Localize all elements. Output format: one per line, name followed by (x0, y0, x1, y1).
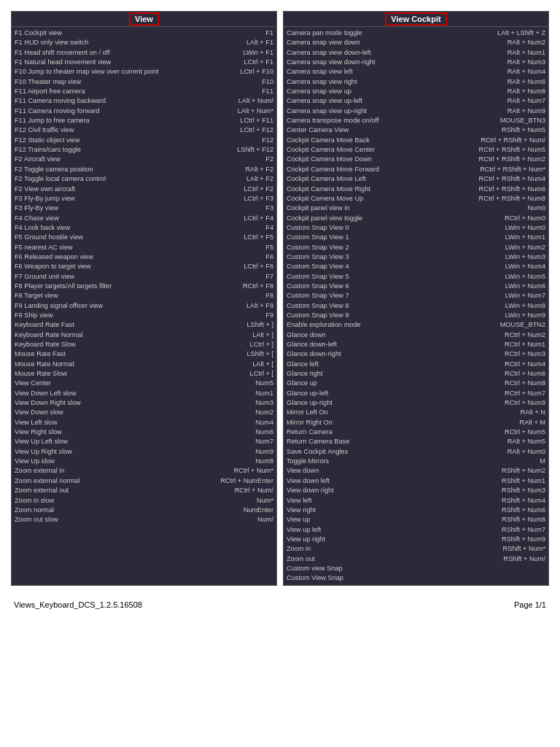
action-label: Zoom normal (15, 506, 241, 515)
action-label: View Down Left slow (15, 389, 252, 398)
action-label: F5 nearest AC view (15, 243, 262, 252)
table-row: Glance rightRCtrl + Num6 (284, 369, 548, 379)
tables-container: View F1 Cockpit viewF1F1 HUD only view s… (11, 11, 549, 586)
table-row: Custom Snap View 7LWin + Num7 (284, 291, 548, 301)
table-row: Glance down-rightRCtrl + Num3 (284, 349, 548, 359)
action-label: Keyboard Rate Fast (15, 320, 244, 330)
action-label: View up left (287, 525, 499, 535)
action-label: F9 Ship view (15, 311, 262, 320)
right-table-body: Camera pan mode toggleLAlt + LShift + ZC… (284, 27, 548, 585)
table-row: F11 Camera moving forwardLAlt + Num* (12, 107, 276, 116)
key-label: LCtrl + F4 (244, 214, 273, 223)
key-label: Num0 (527, 204, 545, 213)
key-label: RAlt + Num6 (508, 77, 545, 87)
action-label: Mirror Right On (287, 418, 517, 427)
key-label: LAlt + ] (252, 330, 273, 340)
table-row: View Up slowNum8 (12, 457, 276, 466)
key-label: LAlt + Num/ (238, 96, 273, 106)
key-label: RCtrl + RShift + Num5 (479, 145, 545, 155)
action-label: Glance up-right (287, 398, 502, 408)
table-row: F2 Aircraft viewF2 (12, 155, 276, 164)
key-label: RAlt + Num9 (508, 107, 545, 116)
action-label: F1 HUD only view switch (15, 38, 244, 47)
key-label: RAlt + Num0 (508, 447, 545, 457)
table-row: F7 Ground unit viewF7 (12, 272, 276, 282)
key-label: RShift + Num4 (502, 496, 545, 506)
action-label: Cockpit Camera Move Back (287, 136, 478, 145)
key-label: RCtrl + Num/ (235, 486, 273, 495)
action-label: View Up slow (15, 457, 252, 466)
action-label: View up right (287, 535, 499, 544)
action-label: Cockpit Camera Move Forward (287, 165, 477, 174)
key-label: NumEnter (244, 506, 273, 515)
action-label: Custom Snap View 9 (287, 311, 502, 320)
table-row: Custom Snap View 6LWin + Num6 (284, 282, 548, 291)
key-label: RShift + Num6 (502, 506, 545, 515)
key-label: RShift + Num3 (502, 486, 545, 495)
action-label: Enable exploration mode (287, 320, 497, 330)
table-row: Keyboard Rate SlowLCtrl + ] (12, 340, 276, 349)
table-row: View up leftRShift + Num7 (284, 525, 548, 535)
table-row: Center Camera ViewRShift + Num5 (284, 125, 548, 135)
table-row: Glance up-rightRCtrl + Num9 (284, 398, 548, 408)
action-label: Camera snap view down (287, 38, 505, 47)
action-label: Glance down-right (287, 349, 502, 359)
action-label: View up (287, 515, 499, 525)
table-row: Cockpit Camera Move ForwardRCtrl + RShif… (284, 165, 548, 174)
table-row: View Down Left slowNum1 (12, 389, 276, 398)
key-label: LWin + Num9 (505, 311, 545, 320)
table-row: View Down slowNum2 (12, 408, 276, 417)
table-row: Cockpit Camera Move DownRCtrl + RShift +… (284, 155, 548, 164)
action-label: View Down Right slow (15, 398, 252, 408)
key-label: F11 (262, 87, 273, 96)
action-label: F7 Ground unit view (15, 272, 262, 282)
key-label: RAlt + Num3 (508, 58, 545, 67)
table-row: F11 Camera moving backwardLAlt + Num/ (12, 96, 276, 106)
action-label: Return Camera Base (287, 437, 505, 446)
table-row: Custom Snap View 3LWin + Num3 (284, 252, 548, 262)
table-row: F11 Airport free cameraF11 (12, 87, 276, 96)
key-label: RCtrl + RShift + Num* (480, 165, 545, 174)
table-row: View downRShift + Num2 (284, 466, 548, 476)
action-label: Zoom in slow (15, 496, 254, 506)
key-label: RCtrl + Num1 (505, 340, 545, 349)
key-label: F2 (265, 155, 273, 164)
key-label: LCtrl + [ (250, 369, 273, 379)
key-label: F5 (265, 243, 273, 252)
action-label: View right (287, 506, 499, 515)
key-label: LCtrl + F11 (240, 116, 273, 125)
table-row: Cockpit panel view inNum0 (284, 204, 548, 213)
table-row: Custom Snap View 8LWin + Num8 (284, 301, 548, 311)
table-row: Custom view Snap (284, 564, 548, 573)
action-label: F5 Ground hostile view (15, 233, 241, 242)
table-row: F8 Target viewF8 (12, 291, 276, 301)
key-label: RCtrl + Num8 (505, 379, 545, 388)
key-label: LCtrl + F12 (240, 125, 273, 135)
action-label: Zoom external in (15, 466, 231, 476)
key-label: RCtrl + RShift + Num/ (481, 136, 545, 145)
table-row: Cockpit Camera Move CenterRCtrl + RShift… (284, 145, 548, 155)
action-label: Cockpit Camera Move Up (287, 194, 476, 204)
action-label: F1 Head shift movement on / off (15, 48, 241, 58)
action-label: F12 Trains/cars toggle (15, 145, 234, 155)
right-table: View Cockpit Camera pan mode toggleLAlt … (283, 11, 549, 586)
key-label: LWin + F1 (244, 48, 273, 58)
key-label: RAlt + Num7 (508, 96, 545, 106)
table-row: Custom Snap View 2LWin + Num2 (284, 243, 548, 252)
key-label: LAlt + F1 (246, 38, 273, 47)
key-label: RCtrl + Num7 (505, 389, 545, 398)
action-label: Camera snap view up (287, 87, 505, 96)
action-label: Mouse Rate Normal (15, 360, 249, 369)
table-row: Cockpit Camera Move LeftRCtrl + RShift +… (284, 174, 548, 184)
table-row: Zoom external normalRCtrl + NumEnter (12, 476, 276, 486)
table-row: F2 Toggle camera positionRAlt + F2 (12, 165, 276, 174)
table-row: Keyboard Rate NormalLAlt + ] (12, 330, 276, 340)
key-label: LWin + Num5 (505, 272, 545, 282)
action-label: View Up Right slow (15, 447, 252, 457)
table-row: F9 Landing signal officer viewLAlt + F9 (12, 301, 276, 311)
key-label: RShift + Num/ (504, 554, 545, 564)
action-label: F1 Natural head movement view (15, 58, 241, 67)
table-row: View down rightRShift + Num3 (284, 486, 548, 495)
footer: Views_Keyboard_DCS_1.2.5.16508 Page 1/1 (11, 600, 549, 609)
key-label: LAlt + F2 (246, 174, 273, 184)
